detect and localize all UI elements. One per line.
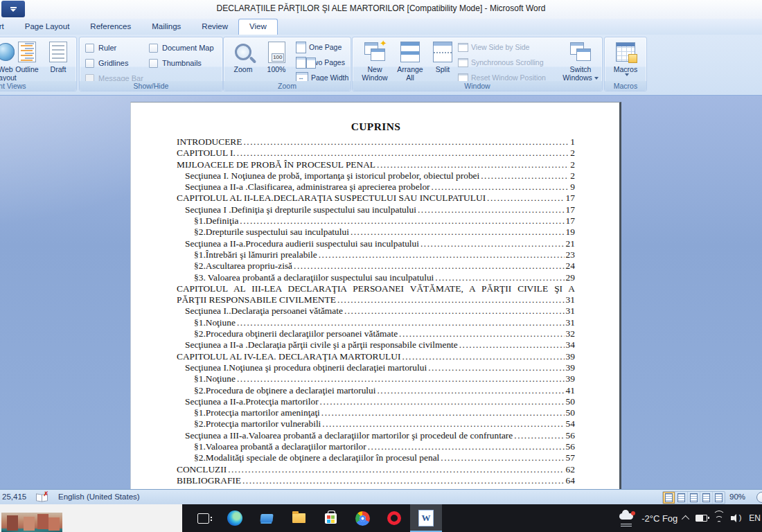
- group-document-views: Web Layout Outline Draft Document Views: [0, 37, 77, 91]
- toc-row: CONCLUZII 62: [177, 464, 575, 475]
- toc-entry-text: BIBLIOGRAFIE: [177, 475, 241, 486]
- task-view-button[interactable]: [187, 504, 219, 532]
- draft-view-button[interactable]: [713, 492, 725, 504]
- toc-page-number: 50: [566, 407, 575, 418]
- toc-page-number: 17: [566, 204, 575, 215]
- toc-dot-leader: [432, 181, 569, 193]
- group-label-document-views: Document Views: [0, 82, 76, 90]
- toc-dot-leader: [487, 193, 565, 204]
- word-count[interactable]: 25,415: [2, 493, 26, 501]
- macros-button[interactable]: Macros: [609, 39, 642, 82]
- chrome-button[interactable]: [346, 504, 378, 532]
- weather-icon[interactable]: [619, 511, 635, 525]
- toc-dot-leader: [337, 294, 565, 305]
- outline-icon: [18, 42, 36, 62]
- word-button-active[interactable]: W: [410, 504, 442, 532]
- toc-entry-text: §2.Ascultarea propriu-zisă: [194, 260, 292, 272]
- new-window-icon: ✦: [364, 42, 385, 62]
- toc-page-number: 19: [566, 227, 575, 238]
- outline-view-button[interactable]: [700, 492, 713, 504]
- toc-page-number: 54: [566, 418, 575, 429]
- one-page-icon: [296, 42, 306, 53]
- folder-icon: [292, 513, 305, 523]
- language-indicator[interactable]: English (United States): [58, 493, 140, 501]
- battery-icon[interactable]: [695, 515, 707, 522]
- tab-page-layout[interactable]: Page Layout: [15, 19, 80, 35]
- group-label-zoom: Zoom: [224, 82, 351, 90]
- toc-dot-leader: [242, 475, 565, 486]
- document-map-checkbox[interactable]: Document Map: [149, 43, 214, 53]
- switch-windows-button[interactable]: Switch Windows: [560, 39, 601, 82]
- checkbox-icon: [149, 59, 158, 68]
- tray-expand-icon[interactable]: [682, 515, 689, 523]
- toc-row: Secţiunea I .Definiţia şi drepturile sus…: [177, 204, 575, 215]
- toc-entry-text: §2.Procedura obţinerii declaraţiilor per…: [194, 328, 398, 339]
- outline-button[interactable]: Outline: [10, 39, 44, 82]
- toc-entry-text: §1.Noţiune: [194, 317, 236, 328]
- toc-entry-text: §2.Procedura de obţinere a declaraţiei m…: [194, 385, 376, 396]
- toc-dot-leader: [319, 249, 565, 260]
- file-explorer-button[interactable]: [283, 504, 314, 532]
- toc-page-number: 21: [566, 238, 575, 249]
- opera-button[interactable]: [378, 504, 410, 532]
- proofing-errors-icon[interactable]: ✗: [36, 493, 47, 502]
- one-page-button[interactable]: One Page: [296, 40, 342, 54]
- wifi-icon[interactable]: [714, 514, 725, 523]
- toc-row: §3. Valoarea probantă a declaraţiilor su…: [177, 272, 575, 283]
- zoom-out-button[interactable]: [756, 492, 762, 503]
- print-layout-view-button[interactable]: [663, 492, 675, 504]
- toc-entry-text: CAPITOLUL AL IV-LEA. DECLARAŢIA MARTORUL…: [177, 351, 400, 362]
- toc-page-number: 2: [570, 159, 575, 170]
- toc-page-number: 39: [566, 373, 575, 384]
- zoom-button[interactable]: Zoom: [228, 39, 258, 82]
- full-screen-reading-view-button[interactable]: [675, 492, 688, 504]
- thumbnails-checkbox[interactable]: Thumbnails: [149, 58, 202, 68]
- volume-icon[interactable]: ): [731, 514, 741, 522]
- pc-button[interactable]: [251, 504, 283, 532]
- toc-page-number: 2: [570, 148, 575, 159]
- weather-text[interactable]: -2°C Fog: [641, 513, 677, 524]
- toc-dot-leader: [418, 204, 565, 215]
- tab-insert[interactable]: Insert: [0, 19, 15, 35]
- taskbar-search-box[interactable]: ere to search: [0, 504, 182, 532]
- arrange-all-button[interactable]: Arrange All: [393, 39, 427, 82]
- toc-dot-leader: [320, 396, 565, 407]
- search-highlight-image[interactable]: [1, 513, 62, 532]
- zoom-level[interactable]: 90%: [729, 493, 745, 501]
- zoom-100-button[interactable]: 100 100%: [261, 39, 292, 82]
- toc-entry-text: §1.Definiţia: [194, 215, 238, 227]
- toc-entry-text: Secţiunea a II-a .Clasificarea, administ…: [185, 181, 430, 193]
- toc-entry-text: §2.Modalităţi speciale de obţinere a dec…: [194, 452, 439, 463]
- tab-mailings[interactable]: Mailings: [141, 19, 191, 35]
- edge-button[interactable]: [219, 504, 251, 532]
- draft-button[interactable]: Draft: [44, 39, 73, 82]
- ruler-checkbox[interactable]: Ruler: [85, 43, 116, 53]
- input-language[interactable]: EN: [749, 513, 761, 523]
- web-layout-view-button[interactable]: [688, 492, 700, 504]
- toc-row: Secţiunea I.Noţiunea şi procedura obţine…: [177, 362, 575, 373]
- toc-page-number: 41: [566, 385, 575, 396]
- toc-entry-text: MIJLOACELE DE PROBĂ ÎN PROCESUL PENAL: [177, 159, 375, 170]
- tab-review[interactable]: Review: [191, 19, 238, 35]
- tab-references[interactable]: References: [80, 19, 141, 35]
- toc-page-number: 17: [566, 215, 575, 227]
- two-pages-button[interactable]: Two Pages: [296, 55, 345, 69]
- toc-entry-text: Secţiunea I.Noţiunea şi procedura obţine…: [185, 362, 427, 373]
- dropdown-arrow-icon: [625, 73, 629, 76]
- tab-view[interactable]: View: [238, 19, 278, 35]
- opera-icon: [387, 511, 401, 525]
- group-label-show-hide: Show/Hide: [80, 82, 222, 90]
- store-button[interactable]: [314, 504, 346, 532]
- gridlines-checkbox[interactable]: Gridlines: [85, 58, 128, 68]
- new-window-button[interactable]: ✦ New Window: [358, 39, 391, 82]
- toc-entry-text: Secţiunea a II-a .Declaraţia părţii civi…: [185, 339, 458, 351]
- group-label-window: Window: [353, 82, 602, 90]
- synchronous-scrolling-button: Synchronous Scrolling: [458, 55, 543, 69]
- group-zoom: Zoom 100 100% One Page Two Pages Page Wi…: [223, 37, 351, 91]
- split-button[interactable]: Split: [429, 39, 457, 82]
- page-100-icon: 100: [268, 42, 285, 63]
- two-pages-icon: [296, 57, 306, 69]
- document-page[interactable]: CUPRINS INTRODUCERE 1CAPITOLUL I. 2MIJLO…: [130, 102, 621, 489]
- toc-row: §2.Procedura de obţinere a declaraţiei m…: [177, 385, 575, 396]
- toc-entry-text: §2.Protecţia martorilor vulnerabili: [194, 418, 321, 429]
